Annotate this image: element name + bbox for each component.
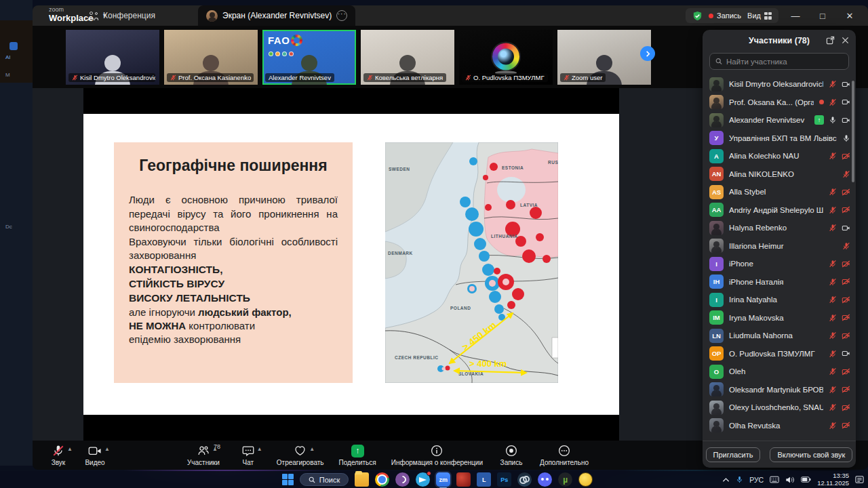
tray-mic-icon[interactable] bbox=[736, 475, 743, 484]
video-tile[interactable]: FAO Alexander Revnivtsev bbox=[262, 30, 356, 85]
participant-row[interactable]: IM Iryna Makovska bbox=[709, 309, 850, 327]
recording-label: Запись bbox=[717, 12, 741, 20]
participant-row[interactable]: I iPhone bbox=[709, 255, 850, 273]
participant-row[interactable]: I Irina Natyahla bbox=[709, 291, 850, 309]
popout-icon[interactable] bbox=[826, 36, 835, 45]
toolbar-button[interactable]: ▲ Отреагировать bbox=[277, 445, 324, 466]
toolbar-button[interactable]: Запись bbox=[498, 445, 525, 466]
participant-row[interactable]: Olexy Livoshchenko, SNAU bbox=[709, 399, 850, 417]
participant-row[interactable]: OP O. Pudlovska ПЗМУЛМГ bbox=[709, 345, 850, 363]
participant-row[interactable]: Alexander Revnivtsev ↑ bbox=[709, 111, 850, 129]
start-button[interactable] bbox=[282, 474, 294, 485]
taskbar-app-icon[interactable]: L bbox=[477, 472, 491, 487]
recording-dot-icon bbox=[819, 100, 824, 104]
background-app-icon[interactable] bbox=[9, 42, 18, 50]
taskbar-app-icon[interactable]: zm bbox=[436, 472, 450, 487]
taskbar-app-icon[interactable] bbox=[456, 472, 471, 487]
camera-on-icon bbox=[842, 224, 850, 232]
background-app-label-m[interactable]: M bbox=[5, 72, 10, 78]
maximize-button[interactable]: □ bbox=[812, 11, 833, 21]
taskbar-app-icon[interactable] bbox=[355, 472, 369, 487]
camera-off-icon bbox=[842, 313, 850, 322]
taskbar-app-icon[interactable] bbox=[416, 472, 430, 487]
camera-lens-avatar bbox=[492, 43, 519, 70]
recording-indicator[interactable]: Запись bbox=[709, 12, 741, 20]
participant-row[interactable]: Olha Revutska bbox=[709, 417, 850, 435]
next-page-button[interactable] bbox=[640, 46, 655, 61]
tab-screen-share[interactable]: Экран (Alexander Revnivtsev) ··· bbox=[198, 5, 355, 26]
participant-row[interactable]: У Управління БХП та ВМ Львівська обл. bbox=[709, 129, 850, 148]
volume-icon[interactable] bbox=[785, 476, 795, 484]
participant-row[interactable]: Illariona Heimur bbox=[709, 237, 850, 256]
chevron-up-icon[interactable]: ▲ bbox=[257, 446, 262, 452]
touch-keyboard-icon[interactable] bbox=[770, 476, 779, 484]
minimize-button[interactable]: — bbox=[785, 11, 806, 21]
toolbar-button[interactable]: Информация о конференции bbox=[391, 445, 483, 466]
avatar-photo bbox=[709, 95, 724, 109]
video-tile[interactable]: Kisil Dmytro Oleksandrovich bbox=[66, 30, 159, 85]
clock[interactable]: 13:35 12.11.2025 bbox=[817, 472, 849, 487]
video-tile[interactable]: Zoom user bbox=[557, 30, 651, 85]
taskbar-app-icon[interactable] bbox=[578, 472, 593, 487]
mic-muted-icon bbox=[842, 242, 850, 250]
toolbar-button[interactable]: ▲ Видео bbox=[81, 445, 108, 466]
avatar-photo bbox=[709, 418, 724, 432]
taskbar-search[interactable]: Поиск bbox=[300, 473, 349, 486]
taskbar-app-icon[interactable]: µ bbox=[558, 472, 572, 487]
participant-row[interactable]: AN Alina NIKOLENKO bbox=[709, 165, 850, 184]
background-app-label-d[interactable]: Dc bbox=[5, 224, 12, 230]
participant-search[interactable] bbox=[709, 53, 849, 70]
participant-row[interactable]: A Alina Kolechko NAU bbox=[709, 147, 850, 165]
taskbar-app-icon[interactable] bbox=[395, 472, 410, 487]
participant-row[interactable]: Halyna Rebenko bbox=[709, 219, 850, 237]
taskbar-app-icon[interactable]: Ps bbox=[497, 472, 511, 487]
invite-button[interactable]: Пригласить bbox=[706, 447, 761, 462]
participant-row[interactable]: AA Andriy Андрій Shelepylo Шелепило bbox=[709, 201, 850, 220]
unmute-button[interactable]: Включить свой звук bbox=[770, 447, 852, 462]
camera-off-icon bbox=[842, 421, 850, 430]
participant-row[interactable]: Oleksandr Martyniuk БРОВАФАРМА bbox=[709, 381, 850, 399]
tab-conference[interactable]: Конференция bbox=[80, 5, 163, 26]
camera-off-icon bbox=[842, 277, 850, 286]
participant-row[interactable]: IH iPhone Наталія bbox=[709, 273, 850, 291]
security-shield-icon[interactable] bbox=[692, 11, 703, 21]
taskbar-app-icon[interactable] bbox=[517, 472, 532, 487]
close-panel-icon[interactable] bbox=[842, 37, 849, 44]
chevron-up-icon[interactable]: ▲ bbox=[67, 446, 73, 452]
camera-off-icon bbox=[842, 367, 850, 376]
chevron-up-icon[interactable]: ▲ bbox=[104, 446, 110, 452]
participants-title: Участники (78) bbox=[749, 36, 810, 45]
map-label-denmark: DENMARK bbox=[388, 251, 413, 256]
close-button[interactable]: ✕ bbox=[840, 11, 860, 21]
video-tile-name: О. Pudlovska ПЗМУЛМГ bbox=[462, 73, 548, 82]
taskbar-app-icon[interactable] bbox=[538, 472, 552, 487]
participant-row[interactable]: Prof. Oksana Ka... (Организатор) bbox=[709, 94, 850, 112]
toolbar-button[interactable]: 78 ▲ Участники bbox=[187, 445, 220, 466]
scrollbar[interactable] bbox=[852, 81, 854, 182]
toolbar-button[interactable]: ▲ Звук bbox=[45, 445, 72, 466]
toolbar-button[interactable]: Дополнительно bbox=[540, 445, 589, 466]
participant-row[interactable]: AS Alla Stybel bbox=[709, 183, 850, 201]
background-app-label-a[interactable]: AI bbox=[5, 54, 11, 60]
participant-row[interactable]: LN Liudmula Nahorna bbox=[709, 327, 850, 345]
participant-row[interactable]: Kisil Dmytro Oleksandrovich (Я) bbox=[709, 75, 850, 94]
participant-row[interactable]: O Oleh bbox=[709, 363, 850, 381]
language-indicator[interactable]: РУС bbox=[749, 476, 764, 484]
tray-chevron-icon[interactable] bbox=[722, 477, 730, 483]
taskbar-app-icon[interactable] bbox=[375, 472, 389, 487]
tab-more-icon[interactable]: ··· bbox=[336, 10, 347, 21]
toolbar-button[interactable]: ↑ Поделиться bbox=[339, 445, 376, 466]
notification-center-icon[interactable] bbox=[855, 475, 864, 484]
slide-line: СТІЙКІСТЬ ВІРУСУ bbox=[129, 277, 338, 291]
search-input[interactable] bbox=[726, 58, 843, 66]
chevron-up-icon[interactable]: ▲ bbox=[309, 446, 315, 452]
battery-icon[interactable] bbox=[801, 476, 811, 483]
video-tile[interactable]: Prof. Оксана Kasianenko bbox=[164, 30, 258, 85]
toolbar-button[interactable]: ▲ Чат bbox=[235, 445, 262, 466]
video-tile[interactable]: О. Pudlovska ПЗМУЛМГ bbox=[459, 30, 553, 85]
avatar-initials: I bbox=[709, 293, 724, 307]
chevron-up-icon[interactable]: ▲ bbox=[212, 446, 218, 452]
record-icon bbox=[505, 445, 517, 457]
view-button[interactable]: Вид bbox=[747, 12, 772, 20]
video-tile[interactable]: Ковельська ветлікарня bbox=[361, 30, 454, 85]
